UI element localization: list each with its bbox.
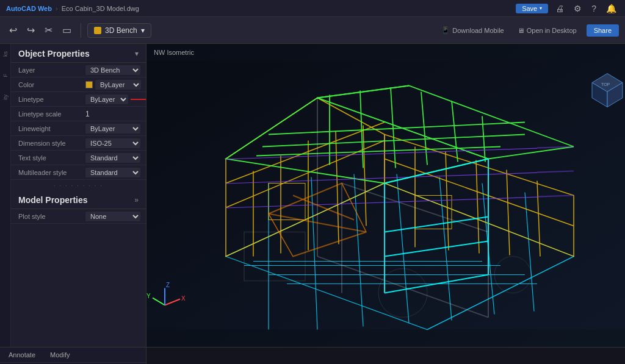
viewport[interactable]: NW Isometric [146, 44, 625, 347]
side-tab-3[interactable]: ity [1, 92, 10, 102]
print-button[interactable]: 🖨 [553, 2, 566, 15]
svg-text:Y: Y [146, 293, 151, 299]
viewport-label: NW Isometric [154, 49, 194, 56]
prop-value-multileader: Standard [85, 168, 140, 177]
svg-rect-0 [146, 62, 625, 330]
redo-button[interactable]: ↪ [24, 22, 38, 38]
breadcrumb-separator: › [56, 5, 58, 12]
prop-row-color: Color ByLayer [11, 77, 146, 92]
object-properties-collapse[interactable]: ▾ [135, 49, 139, 58]
toolbar: ↩ ↪ ✂ ▭ 3D Bench ▾ 📱 Download Mobile 🖥 O… [0, 17, 625, 44]
prop-label-lineweight: Lineweight [18, 125, 85, 132]
notifications-button[interactable]: 🔔 [604, 2, 619, 15]
download-label: Download Mobile [452, 27, 504, 34]
prop-row-multileader: Multileader style Standard [11, 165, 146, 180]
save-button[interactable]: Save ▾ [516, 4, 548, 13]
prop-value-linescale: 1 [85, 110, 139, 118]
linetype-preview [131, 99, 146, 100]
workspace-dot [94, 27, 101, 34]
prop-value-color: ByLayer [85, 80, 141, 90]
prop-value-dimstyle: ISO-25 [85, 138, 140, 148]
toolbar-left: ↩ ↪ ✂ ▭ 3D Bench ▾ [6, 22, 151, 38]
main-content: ks F ity Object Properties ▾ Layer 3D Be… [0, 44, 625, 347]
svg-text:Z: Z [166, 282, 170, 288]
help-button[interactable]: ? [589, 2, 599, 15]
workspace-label: 3D Bench [105, 26, 137, 35]
annotate-tab[interactable]: Annotate [5, 350, 39, 360]
model-properties-header: Model Properties » [11, 191, 146, 209]
svg-text:TOP: TOP [601, 82, 610, 87]
section-dots: · · · · · · · · · [11, 180, 146, 191]
prop-row-lineweight: Lineweight ByLayer [11, 121, 146, 136]
prop-label-dimstyle: Dimension style [18, 140, 85, 147]
settings-button[interactable]: ⚙ [571, 2, 584, 15]
3d-scene: X Y Z TOP [146, 44, 625, 347]
save-dropdown-arrow: ▾ [540, 5, 542, 11]
top-bar-right: Save ▾ 🖨 ⚙ ? 🔔 [516, 2, 619, 15]
bottom-area: Annotate Modify ○ ⌒ ∿ ╱ ⌇ → ⊞ ✳ ◎ ⬠ › Ty… [0, 347, 625, 364]
prop-row-plotstyle: Plot style None [11, 209, 146, 224]
lineweight-select[interactable]: ByLayer [85, 124, 140, 134]
prop-value-layer: 3D Bench [85, 65, 140, 75]
properties-area: Object Properties ▾ Layer 3D Bench Color… [11, 44, 146, 347]
open-desktop-button[interactable]: 🖥 Open in Desktop [514, 24, 580, 37]
textstyle-select[interactable]: Standard [85, 153, 140, 163]
object-properties-header: Object Properties ▾ [11, 44, 146, 63]
prop-value-textstyle: Standard [85, 153, 140, 163]
plotstyle-select[interactable]: None [85, 212, 140, 221]
color-swatch [85, 81, 93, 88]
rect-button[interactable]: ▭ [59, 22, 74, 38]
command-area: › Type a command [146, 348, 625, 364]
prop-row-linetype: Linetype ByLayer [11, 92, 146, 107]
prop-label-layer: Layer [18, 66, 85, 74]
prop-label-linescale: Linetype scale [18, 110, 85, 118]
prop-row-textstyle: Text style Standard [11, 151, 146, 165]
brand-label: AutoCAD Web [6, 5, 52, 12]
prop-row-dimstyle: Dimension style ISO-25 [11, 136, 146, 151]
model-properties-title: Model Properties [18, 195, 88, 205]
prop-row-layer: Layer 3D Bench [11, 63, 146, 77]
prop-label-multileader: Multileader style [18, 169, 85, 176]
linescale-value: 1 [85, 110, 90, 118]
prop-label-color: Color [18, 81, 85, 88]
model-properties-collapse[interactable]: » [134, 196, 139, 204]
multileader-select[interactable]: Standard [85, 168, 140, 177]
linetype-select[interactable]: ByLayer [85, 95, 128, 104]
prop-label-textstyle: Text style [18, 154, 85, 162]
bottom-tools: Annotate Modify ○ ⌒ ∿ ╱ ⌇ → ⊞ ✳ ◎ ⬠ [0, 348, 146, 364]
download-mobile-button[interactable]: 📱 Download Mobile [438, 24, 507, 37]
open-desktop-label: Open in Desktop [527, 27, 577, 34]
workspace-dropdown-icon: ▾ [141, 26, 145, 35]
modify-tab[interactable]: Modify [46, 350, 73, 360]
toolbar-right: 📱 Download Mobile 🖥 Open in Desktop Shar… [438, 24, 619, 37]
side-tab-strip: ks F ity [0, 44, 11, 347]
prop-label-linetype: Linetype [18, 96, 85, 103]
undo-button[interactable]: ↩ [6, 22, 20, 38]
side-tab-2[interactable]: F [1, 71, 10, 80]
color-select[interactable]: ByLayer [95, 80, 141, 90]
share-button[interactable]: Share [587, 24, 619, 37]
top-bar: AutoCAD Web › Eco Cabin_3D Model.dwg Sav… [0, 0, 625, 17]
svg-text:X: X [181, 295, 186, 302]
side-tab-1[interactable]: ks [1, 49, 10, 59]
prop-label-plotstyle: Plot style [18, 213, 85, 220]
prop-value-lineweight: ByLayer [85, 124, 140, 134]
trim-button[interactable]: ✂ [42, 22, 56, 38]
desktop-icon: 🖥 [518, 27, 524, 34]
layer-select[interactable]: 3D Bench [85, 65, 140, 75]
prop-value-plotstyle: None [85, 212, 140, 221]
bottom-tabs: Annotate Modify [0, 348, 146, 363]
toolbar-divider [81, 23, 81, 38]
dimstyle-select[interactable]: ISO-25 [85, 138, 140, 148]
top-bar-left: AutoCAD Web › Eco Cabin_3D Model.dwg [6, 5, 139, 12]
left-panel: ks F ity Object Properties ▾ Layer 3D Be… [0, 44, 146, 347]
prop-value-linetype: ByLayer [85, 95, 146, 104]
file-name: Eco Cabin_3D Model.dwg [62, 5, 139, 12]
download-icon: 📱 [441, 26, 450, 34]
workspace-selector[interactable]: 3D Bench ▾ [87, 23, 151, 38]
object-properties-title: Object Properties [18, 49, 90, 59]
prop-row-linescale: Linetype scale 1 [11, 107, 146, 121]
